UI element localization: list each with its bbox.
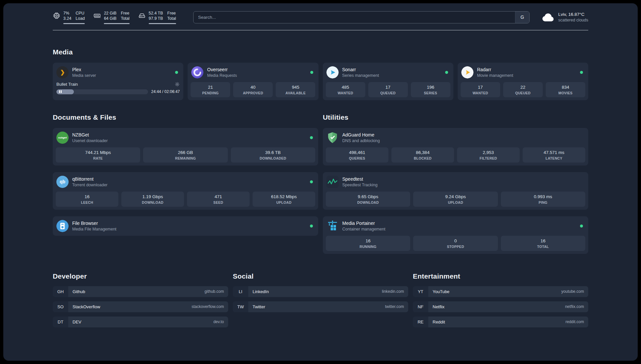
playback-time: 24:44 / 02:06:47	[151, 89, 180, 94]
bookmark-url: reddit.com	[565, 319, 584, 324]
service-link-portainer[interactable]: Media Portainer Container management	[326, 219, 585, 233]
playback-progress-bar	[56, 89, 148, 94]
stat-running: 16 RUNNING	[326, 236, 410, 251]
bookmark-url: netflix.com	[565, 304, 584, 309]
stat-label: RATE	[56, 156, 139, 160]
disk-icon	[138, 12, 146, 19]
stat-label: PENDING	[191, 91, 229, 95]
bookmark-abbr: LI	[233, 286, 248, 297]
adguard-icon	[326, 132, 339, 144]
status-dot	[580, 225, 583, 228]
service-link-filebrowser[interactable]: File Browser Media File Management	[56, 219, 315, 233]
bookmark-twitter[interactable]: TW Twitter twitter.com	[233, 301, 408, 312]
service-card-nzbget: nzbget NZBGet Usenet downloader 744.21 M…	[53, 128, 318, 166]
stat-download: 1.19 Gbps DOWNLOAD	[121, 192, 184, 207]
bookmark-youtube[interactable]: YT YouTube youtube.com	[413, 286, 588, 297]
stat-label: QUEUED	[504, 91, 542, 95]
disk-free-value: 52.4 TB	[149, 11, 163, 16]
service-subtitle: Usenet downloader	[72, 138, 108, 143]
service-subtitle: Media File Management	[72, 227, 116, 231]
stat-label: QUERIES	[326, 156, 388, 160]
stat-queued: 22 QUEUED	[503, 82, 543, 97]
filebrowser-icon	[56, 220, 69, 232]
service-name: Speedtest	[342, 176, 378, 182]
developer-column: Developer GH Github github.com SO StackO…	[53, 254, 228, 332]
bookmark-abbr: GH	[53, 286, 68, 297]
stat-value: 47.571 ms	[523, 150, 585, 155]
bookmark-stackoverflow[interactable]: SO StackOverflow stackoverflow.com	[53, 301, 228, 312]
stat-value: 16	[326, 238, 410, 243]
stat-remaining: 266 GB REMAINING	[143, 147, 228, 163]
nzbget-icon: nzbget	[56, 132, 69, 144]
service-link-sonarr[interactable]: Sonarr Series management	[326, 66, 450, 79]
service-link-nzbget[interactable]: nzbget NZBGet Usenet downloader	[56, 131, 315, 144]
stat-value: 2,953	[458, 150, 519, 155]
service-card-overseerr: Overseerr Media Requests 21 PENDING 40 A…	[188, 63, 318, 100]
stat-value: 9.24 Gbps	[414, 194, 497, 199]
bookmark-name: DEV	[73, 319, 81, 324]
stat-label: FILTERED	[458, 156, 519, 160]
status-dot	[310, 225, 313, 228]
plex-icon: ❯	[56, 66, 69, 78]
bookmark-abbr: DT	[53, 317, 68, 327]
stat-label: RUNNING	[326, 245, 410, 249]
dashboard: 7% 3.24 CPU Load	[3, 3, 638, 361]
service-link-adguard[interactable]: AdGuard Home DNS and adblocking	[326, 131, 585, 144]
stat-label: STOPPED	[414, 245, 497, 249]
stat-download: 9.65 Gbps DOWNLOAD	[326, 192, 410, 207]
service-link-radarr[interactable]: Radarr Movie management	[461, 66, 585, 79]
stat-value: 744.21 Mbps	[56, 150, 139, 155]
cpu-widget: 7% 3.24 CPU Load	[53, 11, 85, 24]
service-name: File Browser	[72, 221, 116, 226]
service-link-overseerr[interactable]: Overseerr Media Requests	[191, 66, 315, 79]
stat-value: 22	[504, 85, 542, 90]
search-input[interactable]	[194, 12, 515, 23]
disk-total-value: 97.9 TB	[149, 16, 163, 21]
service-link-speedtest[interactable]: Speedtest Speedtest Tracking	[326, 175, 585, 189]
bookmark-url: linkedin.com	[382, 289, 404, 294]
cpu-icon	[53, 12, 60, 19]
bookmark-name: Reddit	[433, 319, 445, 324]
stat-value: 0	[414, 238, 497, 243]
bookmark-linkedin[interactable]: LI LinkedIn linkedin.com	[233, 286, 408, 297]
bookmark-github[interactable]: GH Github github.com	[53, 286, 228, 297]
sonarr-icon	[326, 66, 339, 78]
memory-icon	[93, 12, 101, 19]
stat-label: LATENCY	[523, 156, 585, 160]
cloud-icon	[541, 13, 555, 22]
service-link-plex[interactable]: ❯ Plex Media server	[56, 66, 180, 79]
stat-rate: 744.21 Mbps RATE	[56, 147, 140, 163]
bookmark-name: Github	[73, 289, 85, 294]
bookmark-reddit[interactable]: RE Reddit reddit.com	[413, 317, 588, 327]
stat-upload: 618.52 Mbps UPLOAD	[253, 192, 315, 207]
stat-label: LEECH	[56, 200, 118, 204]
cpu-values: 7% 3.24	[63, 11, 71, 21]
stat-label: AVAILABLE	[276, 91, 315, 95]
stat-value: 21	[191, 85, 229, 90]
bookmark-netflix[interactable]: NF Netflix netflix.com	[413, 301, 588, 312]
overseerr-icon	[191, 66, 203, 78]
memory-values: 22 GiB 64 GiB	[104, 11, 116, 21]
stat-value: 498,461	[326, 150, 388, 155]
stat-queries: 498,461 QUERIES	[326, 147, 388, 163]
stat-label: UPLOAD	[414, 200, 497, 204]
bookmark-abbr: TW	[233, 301, 248, 312]
stat-approved: 40 APPROVED	[233, 82, 273, 97]
stat-label: MOVIES	[546, 91, 585, 95]
service-card-qbittorrent: qb qBittorrent Torrent downloader 16	[53, 172, 318, 210]
search-provider-button[interactable]: G	[515, 12, 529, 23]
stat-available: 945 AVAILABLE	[276, 82, 315, 97]
gear-icon[interactable]	[175, 82, 180, 87]
stat-ping: 0.993 ms PING	[501, 192, 585, 207]
stat-label: DOWNLOAD	[326, 200, 410, 204]
service-link-qbittorrent[interactable]: qb qBittorrent Torrent downloader	[56, 175, 315, 189]
stat-value: 196	[412, 85, 450, 90]
stat-pending: 21 PENDING	[191, 82, 230, 97]
stat-value: 17	[369, 85, 407, 90]
memory-widget: 22 GiB 64 GiB Free Total	[93, 11, 130, 24]
stat-label: TOTAL	[502, 245, 585, 249]
section-title-media: Media	[53, 48, 588, 56]
bookmark-url: youtube.com	[561, 289, 584, 294]
bookmark-dev[interactable]: DT DEV dev.to	[53, 317, 228, 327]
stat-wanted: 17 WANTED	[461, 82, 500, 97]
